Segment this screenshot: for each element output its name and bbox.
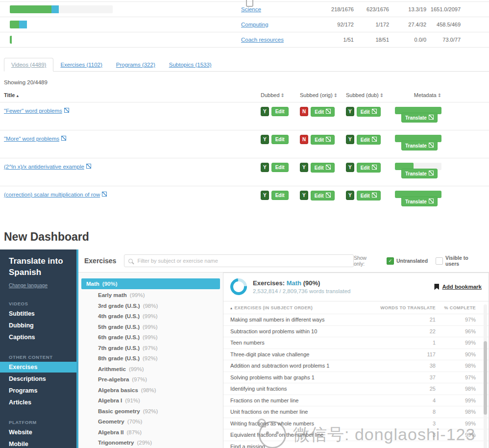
exercise-row[interactable]: Fractions on the number line499% (223, 395, 489, 407)
subbed-orig-status-badge: Y (300, 163, 308, 172)
subject-item[interactable]: Arithmetic(99%) (78, 364, 223, 375)
sidebar-item-exercises[interactable]: Exercises (0, 362, 76, 373)
filter-input[interactable] (136, 257, 349, 264)
progress-bar (10, 21, 113, 28)
subject-item-selected[interactable]: Math(90%) (81, 278, 220, 289)
translate-button[interactable]: Translate (401, 169, 438, 178)
sort-subbed-orig[interactable]: Subbed (orig)⇕ (300, 92, 346, 98)
subject-link[interactable]: Science (241, 6, 307, 12)
subject-item[interactable]: 7th grade (U.S.)(97%) (78, 343, 223, 354)
sidebar-item-dubbing[interactable]: Dubbing (0, 320, 76, 331)
exercise-row[interactable]: Find a missing (223, 441, 489, 448)
sort-icon: ⇕ (438, 93, 441, 98)
edit-button[interactable]: Edit (271, 107, 289, 116)
section-title: Exercises (84, 257, 116, 265)
subject-link[interactable]: Computing (241, 22, 307, 27)
sidebar-item-articles[interactable]: Articles (0, 397, 76, 408)
sidebar-item-mobile[interactable]: Mobile (0, 439, 76, 448)
scrollbar-track (484, 304, 487, 448)
edit-button[interactable]: Edit (271, 191, 289, 200)
video-title-link[interactable]: (correction) scalar multiplication of ro… (4, 191, 261, 198)
summary-value: 1/51 (307, 37, 354, 43)
exercise-table-header: ▴EXERCISES (IN SUBJECT ORDER) WORDS TO T… (223, 301, 489, 314)
translate-button[interactable]: Translate (401, 197, 438, 206)
content-tabs: Videos (4489) Exercises (1102) Programs … (4, 56, 489, 72)
exercise-row[interactable]: Three-digit place value challenge11790% (223, 349, 489, 361)
subject-item[interactable]: 3rd grade (U.S.)(98%) (78, 301, 223, 312)
tab-programs[interactable]: Programs (322) (109, 58, 162, 71)
video-title-link[interactable]: "More" word problems (4, 135, 261, 142)
sidebar-item-programs[interactable]: Programs (0, 385, 76, 396)
tab-videos[interactable]: Videos (4489) (4, 58, 53, 72)
subject-item[interactable]: 5th grade (U.S.)(99%) (78, 322, 223, 333)
change-language-link[interactable]: Change language (9, 283, 48, 288)
scrollbar-thumb[interactable] (484, 341, 487, 415)
subject-item[interactable]: Geometry(70%) (78, 417, 223, 427)
sidebar-item-website[interactable]: Website (0, 427, 76, 438)
subject-item[interactable]: Basic geometry(92%) (78, 406, 223, 417)
translate-button[interactable]: Translate (401, 113, 438, 123)
col-percent-complete[interactable]: % COMPLETE (436, 305, 476, 310)
edit-external-button[interactable]: Edit (357, 107, 381, 117)
sidebar-item-captions[interactable]: Captions (0, 332, 76, 343)
col-words-to-translate[interactable]: WORDS TO TRANSLATE (362, 305, 436, 310)
sort-title[interactable]: Title▴ (4, 92, 261, 98)
tab-subtopics[interactable]: Subtopics (1533) (162, 58, 219, 71)
exercise-row[interactable]: Identifying unit fractions2598% (223, 383, 489, 395)
exercise-row[interactable]: Unit fractions on the number line898% (223, 406, 489, 418)
edit-button[interactable]: Edit (271, 163, 289, 172)
sort-dubbed[interactable]: Dubbed⇕ (261, 92, 300, 98)
subject-item[interactable]: 4th grade (U.S.)(99%) (78, 311, 223, 322)
subject-item[interactable]: 8th grade (U.S.)(92%) (78, 353, 223, 364)
subject-item[interactable]: Algebra II(87%) (78, 427, 223, 438)
exercise-row[interactable]: Equivalent fractions on the number line3… (223, 429, 489, 441)
visible-to-users-checkbox[interactable] (436, 257, 443, 265)
edit-external-button[interactable]: Edit (357, 163, 381, 173)
sidebar-item-subtitles[interactable]: Subtitles (0, 308, 76, 319)
subject-item[interactable]: Algebra basics(98%) (78, 385, 223, 396)
edit-external-button[interactable]: Edit (311, 135, 335, 145)
subject-item[interactable]: Early math(99%) (78, 290, 223, 301)
sidebar-item-descriptions[interactable]: Descriptions (0, 373, 76, 384)
edit-external-button[interactable]: Edit (311, 107, 335, 117)
subject-list: Math(90%) Early math(99%) 3rd grade (U.S… (78, 273, 223, 448)
content-area: Math(90%) Early math(99%) 3rd grade (U.S… (78, 273, 489, 448)
edit-button[interactable]: Edit (271, 135, 289, 144)
edit-external-button[interactable]: Edit (357, 135, 381, 145)
subject-item[interactable]: Algebra I(91%) (78, 396, 223, 406)
metadata-cell: Translate (391, 191, 465, 210)
external-link-icon (326, 109, 331, 114)
untranslated-label: Untranslated (396, 258, 428, 264)
subbed-orig-status-badge: N (300, 135, 308, 144)
topbar: Exercises Show only: ✓ Untranslated Visi… (78, 249, 489, 273)
video-title-link[interactable]: (2^ln x)/x antiderivative example (4, 163, 261, 170)
exercise-row[interactable]: Subtraction word problems within 102296% (223, 326, 489, 338)
edit-external-button[interactable]: Edit (357, 191, 381, 200)
subject-item[interactable]: Pre-algebra(97%) (78, 374, 223, 385)
sort-exercises[interactable]: ▴EXERCISES (IN SUBJECT ORDER) (230, 305, 362, 310)
add-bookmark-link[interactable]: Add bookmark (434, 284, 482, 290)
subject-item[interactable]: 6th grade (U.S.)(99%) (78, 332, 223, 343)
subject-summary-table: Science 218/1676 623/1676 13.3/19 1651.0… (0, 1, 489, 48)
exercise-row[interactable]: Teen numbers199% (223, 337, 489, 349)
tab-exercises[interactable]: Exercises (1102) (53, 58, 109, 71)
external-link-icon (326, 193, 331, 198)
subject-link[interactable]: Coach resources (241, 37, 307, 43)
translate-button[interactable]: Translate (401, 141, 438, 150)
summary-value: 458.5/469 (426, 22, 461, 27)
words-translated: 2,532,814 / 2,809,736 words translated (253, 288, 350, 294)
exercise-row[interactable]: Solving problems with bar graphs 13797% (223, 372, 489, 384)
video-title-link[interactable]: "Fewer" word problems (4, 107, 261, 114)
untranslated-checkbox[interactable]: ✓ (387, 257, 394, 265)
exercise-row[interactable]: Writing fractions as whole numbers399% (223, 418, 489, 430)
sort-metadata[interactable]: Metadata⇕ (391, 92, 465, 98)
sort-subbed-dub[interactable]: Subbed (dub)⇕ (346, 92, 391, 98)
summary-value: 623/1676 (354, 6, 389, 12)
edit-external-button[interactable]: Edit (311, 163, 335, 173)
exercise-row[interactable]: Addition and subtraction word problems 1… (223, 360, 489, 372)
sidebar-section-other-content: OTHER CONTENT (9, 354, 76, 360)
sort-icon: ⇕ (281, 93, 285, 98)
subject-item[interactable]: Trigonometry(29%) (78, 438, 223, 448)
exercise-row[interactable]: Making small numbers in different ways21… (223, 314, 489, 326)
edit-external-button[interactable]: Edit (311, 191, 335, 200)
